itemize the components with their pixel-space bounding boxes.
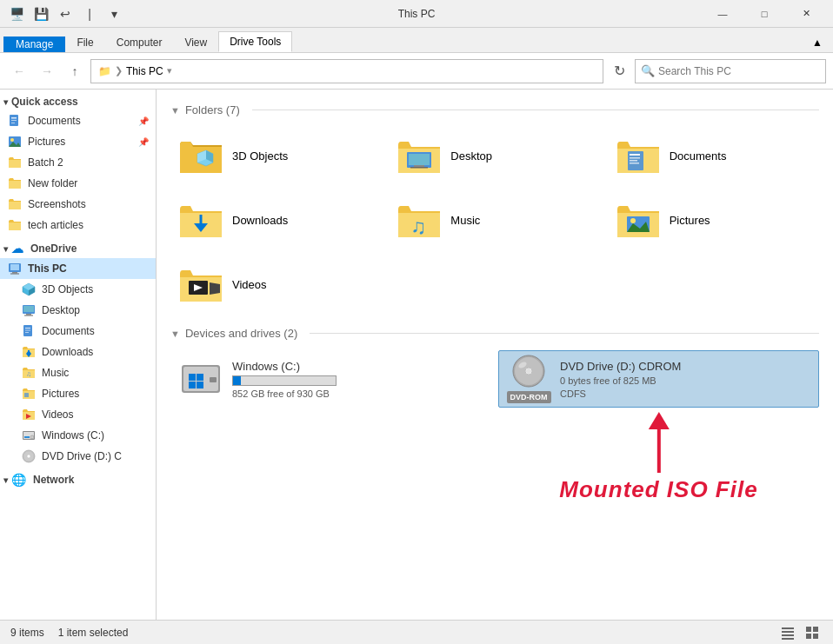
documents-icon — [7, 113, 23, 129]
sidebar-item-newfolder[interactable]: New folder — [0, 173, 156, 194]
quick-access-icon[interactable]: 💾 — [31, 4, 50, 23]
redo-icon[interactable]: | — [80, 4, 99, 23]
ribbon-tabs: Manage File Computer View Drive Tools ▲ — [0, 28, 833, 52]
sidebar-item-downloads-label: Downloads — [42, 346, 93, 358]
quick-access-label: Quick access — [11, 96, 78, 108]
address-breadcrumb-chevron: ❯ — [115, 65, 123, 76]
sidebar-item-downloads[interactable]: Downloads — [0, 342, 156, 362]
techarticles-icon — [7, 217, 23, 233]
minimize-button[interactable]: — — [703, 0, 743, 28]
tab-computer[interactable]: Computer — [105, 32, 174, 52]
folder-item-desktop[interactable]: Desktop — [389, 127, 600, 184]
address-path-thispc: This PC — [126, 65, 163, 77]
folder-item-documents[interactable]: Documents — [608, 127, 819, 184]
folder-item-pictures[interactable]: Pictures — [608, 191, 819, 249]
folders-chevron[interactable]: ▼ — [170, 105, 180, 116]
newfolder-icon — [7, 176, 23, 191]
sidebar-item-dvd-d[interactable]: DVD Drive (D:) C — [0, 446, 156, 467]
ribbon-collapse-button[interactable]: ▲ — [805, 33, 830, 52]
annotation-spacer — [170, 408, 819, 512]
up-button[interactable]: ↑ — [63, 59, 87, 83]
sidebar-item-thispc[interactable]: This PC — [0, 258, 156, 279]
svg-point-64 — [526, 368, 531, 374]
dvd-rom-badge: DVD-ROM — [507, 391, 551, 403]
sidebar-item-batch2-label: Batch 2 — [28, 156, 63, 169]
svg-rect-15 — [26, 314, 31, 315]
folder-item-downloads[interactable]: Downloads — [170, 191, 382, 249]
folder-item-music[interactable]: ♫ Music — [389, 191, 600, 249]
network-icon: 🌐 — [11, 473, 26, 487]
selected-count: 1 item selected — [58, 627, 129, 639]
main-layout: ▾ Quick access Documents 📌 Pictures 📌 Ba… — [0, 90, 833, 620]
devices-section-header: ▼ Devices and drives (2) — [170, 327, 819, 340]
sidebar-item-desktop[interactable]: Desktop — [0, 300, 156, 321]
svg-rect-8 — [12, 272, 17, 274]
sidebar-item-screenshots[interactable]: Screenshots — [0, 194, 156, 215]
svg-rect-40 — [410, 167, 428, 169]
dropdown-icon[interactable]: ▾ — [104, 4, 123, 23]
sidebar-item-documents-label: Documents — [28, 115, 81, 127]
sidebar-item-windows-c[interactable]: Windows (C:) — [0, 425, 156, 446]
close-button[interactable]: ✕ — [786, 0, 826, 28]
dvd-d-icon — [21, 448, 37, 464]
sidebar-item-techarticles[interactable]: tech articles — [0, 215, 156, 236]
forward-button[interactable]: → — [35, 59, 59, 83]
maximize-button[interactable]: □ — [744, 0, 784, 28]
sidebar-item-windows-c-label: Windows (C:) — [42, 429, 104, 442]
onedrive-chevron: ▾ — [3, 244, 8, 254]
address-input[interactable]: 📁 ❯ This PC ▾ — [90, 59, 603, 83]
folder-icon-desktop — [397, 135, 442, 176]
folder-item-videos[interactable]: Videos — [170, 256, 382, 313]
devices-chevron[interactable]: ▼ — [170, 329, 180, 339]
manage-tab[interactable]: Manage — [3, 37, 65, 52]
folder-name-pictures: Pictures — [670, 214, 710, 227]
svg-rect-18 — [25, 328, 30, 329]
svg-point-30 — [30, 435, 34, 439]
search-box[interactable]: 🔍 — [635, 59, 826, 83]
sidebar-item-documents-pc[interactable]: Documents — [0, 321, 156, 342]
sidebar-item-3dobjects-label: 3D Objects — [42, 283, 93, 295]
sidebar-item-batch2[interactable]: Batch 2 — [0, 152, 156, 173]
search-input[interactable] — [658, 65, 820, 77]
batch2-icon — [7, 155, 23, 170]
tab-view-label: View — [184, 37, 207, 49]
thispc-icon — [7, 261, 23, 276]
view-controls — [777, 624, 823, 641]
sidebar-item-3dobjects[interactable]: 3D Objects — [0, 279, 156, 300]
tab-file[interactable]: File — [65, 32, 104, 52]
tab-drive-tools[interactable]: Drive Tools — [218, 31, 292, 52]
device-size-dvd: 0 bytes free of 825 MB — [560, 375, 681, 386]
svg-rect-67 — [782, 631, 794, 633]
tab-computer-label: Computer — [117, 37, 163, 49]
back-button[interactable]: ← — [7, 59, 31, 83]
quick-access-section[interactable]: ▾ Quick access — [0, 93, 156, 110]
undo-icon[interactable]: ↩ — [56, 4, 75, 23]
svg-rect-69 — [782, 638, 794, 640]
sidebar-item-pictures-pc[interactable]: Pictures — [0, 383, 156, 404]
sidebar-item-music[interactable]: ♫ Music — [0, 362, 156, 383]
network-section[interactable]: ▾ 🌐 Network — [0, 470, 156, 489]
sidebar: ▾ Quick access Documents 📌 Pictures 📌 Ba… — [0, 90, 157, 620]
music-sidebar-icon: ♫ — [21, 365, 37, 381]
details-view-button[interactable] — [777, 624, 798, 641]
svg-rect-7 — [10, 264, 19, 270]
folder-item-3dobjects[interactable]: 3D Objects — [170, 127, 382, 184]
svg-rect-1 — [11, 117, 17, 119]
content-area: ▼ Folders (7) 3D Objec — [157, 90, 833, 620]
svg-rect-68 — [782, 634, 794, 636]
device-item-dvd[interactable]: DVD-ROM DVD Drive (D:) CDROM 0 bytes fre… — [498, 350, 819, 408]
folder-icon-downloads — [178, 199, 223, 241]
folder-name-downloads: Downloads — [232, 214, 288, 227]
tab-view[interactable]: View — [173, 32, 218, 52]
videos-sidebar-icon — [21, 407, 37, 422]
svg-rect-9 — [10, 274, 19, 275]
sidebar-item-documents[interactable]: Documents 📌 — [0, 110, 156, 131]
onedrive-section[interactable]: ▾ ☁ OneDrive — [0, 239, 156, 258]
sidebar-item-pictures[interactable]: Pictures 📌 — [0, 131, 156, 152]
device-item-windows-c[interactable]: Windows (C:) 852 GB free of 930 GB — [170, 350, 491, 408]
svg-rect-73 — [813, 634, 818, 639]
large-icons-view-button[interactable] — [802, 624, 823, 641]
sidebar-item-videos[interactable]: Videos — [0, 404, 156, 425]
svg-rect-20 — [25, 332, 29, 333]
refresh-button[interactable]: ↻ — [607, 59, 631, 83]
